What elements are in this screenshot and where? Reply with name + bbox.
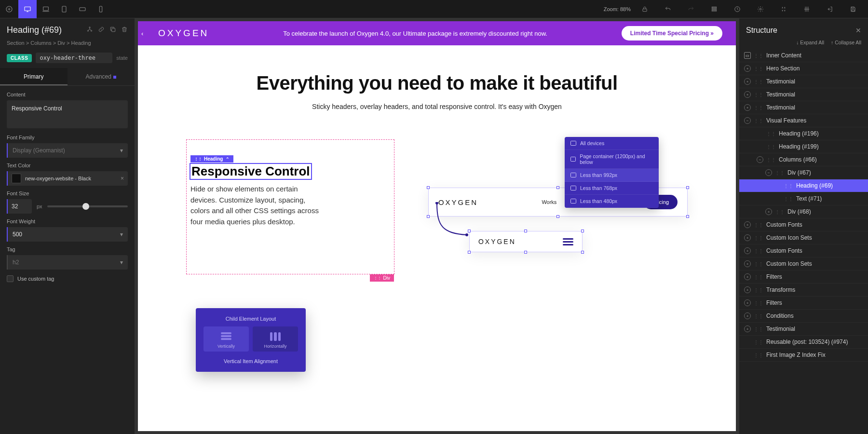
drag-handle-icon[interactable]: ⋮⋮ bbox=[754, 261, 763, 267]
expand-all-button[interactable]: ↓ Expand All bbox=[796, 40, 824, 45]
undo-button[interactable] bbox=[659, 0, 677, 18]
tree-item[interactable]: ⋮⋮Reusable (post: 103524) (#974) bbox=[739, 336, 868, 349]
layout-horizontal-option[interactable]: Horizontally bbox=[253, 326, 298, 352]
tree-item[interactable]: +⋮⋮Filters bbox=[739, 271, 868, 284]
collapse-icon[interactable]: − bbox=[765, 169, 772, 176]
drag-handle-icon[interactable]: ⋮⋮ bbox=[754, 300, 763, 306]
tree-item[interactable]: ⋮⋮Text (#71) bbox=[739, 192, 868, 205]
tree-item[interactable]: ⋮⋮Heading (#69) bbox=[739, 179, 868, 192]
expand-icon[interactable]: + bbox=[744, 286, 751, 293]
expand-icon[interactable]: + bbox=[765, 208, 772, 215]
expand-icon[interactable]: + bbox=[744, 273, 751, 280]
device-option[interactable]: All devices bbox=[565, 137, 659, 150]
grid-icon[interactable] bbox=[798, 0, 816, 18]
collapse-all-button[interactable]: ↑ Collapse All bbox=[831, 40, 861, 45]
tree-item[interactable]: +⋮⋮Conditions bbox=[739, 310, 868, 323]
drag-handle-icon[interactable]: ⋮⋮ bbox=[754, 79, 763, 84]
drag-handle-icon[interactable]: ⋮⋮ bbox=[775, 170, 785, 176]
font-size-unit[interactable]: px bbox=[37, 203, 42, 209]
class-selector[interactable]: oxy-header-three bbox=[36, 53, 112, 63]
drag-handle-icon[interactable]: ⋮⋮ bbox=[766, 131, 776, 136]
mobile-landscape-view-button[interactable] bbox=[73, 0, 92, 18]
expand-icon[interactable]: + bbox=[744, 78, 751, 85]
desktop-view-button[interactable] bbox=[18, 0, 37, 18]
drag-handle-icon[interactable]: ⋮⋮ bbox=[766, 144, 776, 149]
drag-handle-icon[interactable]: ⋮⋮ bbox=[754, 353, 763, 358]
drag-handle-icon[interactable]: ⋮⋮ bbox=[766, 157, 776, 163]
drag-handle-icon[interactable]: ⋮⋮ bbox=[754, 235, 763, 241]
redo-button[interactable] bbox=[682, 0, 700, 18]
clear-color-icon[interactable]: × bbox=[121, 175, 124, 182]
settings-icon[interactable] bbox=[751, 0, 770, 18]
feature-text[interactable]: Hide or show elements on certain devices… bbox=[190, 184, 326, 227]
expand-icon[interactable]: + bbox=[744, 312, 751, 319]
drag-handle-icon[interactable]: ⋮⋮ bbox=[754, 118, 763, 123]
expand-icon[interactable]: + bbox=[744, 299, 751, 306]
drag-handle-icon[interactable]: ⋮⋮ bbox=[754, 222, 763, 228]
layout-vertical-option[interactable]: Vertically bbox=[203, 326, 249, 352]
history-icon[interactable] bbox=[728, 0, 746, 18]
tree-item[interactable]: +⋮⋮Transforms bbox=[739, 284, 868, 297]
structure-icon[interactable] bbox=[705, 0, 723, 18]
expand-icon[interactable]: + bbox=[744, 247, 751, 254]
delete-icon[interactable] bbox=[121, 26, 128, 34]
tree-item[interactable]: ⋮⋮First Image Z Index Fix bbox=[739, 349, 868, 362]
banner-cta-button[interactable]: Limited Time Special Pricing » bbox=[622, 26, 722, 41]
drag-handle-icon[interactable]: ⋮⋮ bbox=[754, 313, 763, 319]
drag-handle-icon[interactable]: ⋮⋮ bbox=[754, 274, 763, 280]
custom-tag-checkbox[interactable] bbox=[7, 275, 14, 282]
tree-icon[interactable] bbox=[86, 26, 93, 34]
font-weight-select[interactable] bbox=[7, 227, 128, 242]
drag-handle-icon[interactable]: ⋮⋮ bbox=[754, 326, 763, 332]
add-element-button[interactable] bbox=[0, 0, 18, 18]
tag-select[interactable] bbox=[7, 255, 128, 270]
expand-icon[interactable]: + bbox=[744, 234, 751, 241]
tree-item[interactable]: +⋮⋮Custom Fonts bbox=[739, 218, 868, 231]
close-panel-icon[interactable]: ✕ bbox=[855, 27, 861, 34]
tab-advanced[interactable]: Advanced bbox=[68, 68, 135, 85]
page-title[interactable]: Everything you need to make it beautiful bbox=[162, 72, 712, 94]
collapse-icon[interactable]: − bbox=[757, 156, 763, 163]
drag-handle-icon[interactable]: ⋮⋮ bbox=[754, 53, 763, 58]
drag-handle-icon[interactable]: ⋮⋮ bbox=[754, 248, 763, 254]
mobile-view-button[interactable] bbox=[92, 0, 110, 18]
collapse-icon[interactable]: − bbox=[744, 117, 751, 124]
div-badge[interactable]: Div bbox=[370, 274, 393, 282]
drag-handle-icon[interactable]: ⋮⋮ bbox=[754, 287, 763, 293]
font-family-select[interactable] bbox=[7, 143, 128, 158]
font-size-slider[interactable] bbox=[47, 202, 128, 211]
device-option[interactable]: Page container (1200px) and below bbox=[565, 150, 659, 169]
expand-icon[interactable]: + bbox=[744, 260, 751, 267]
text-color-input[interactable]: new-oxygen-website - Black × bbox=[7, 171, 128, 186]
tree-item[interactable]: +⋮⋮Hero Section bbox=[739, 62, 868, 75]
drag-handle-icon[interactable]: ⋮⋮ bbox=[754, 66, 763, 71]
editor-canvas[interactable]: ‹ OXYGEN To celebrate the launch of Oxyg… bbox=[135, 18, 739, 434]
page-subtitle[interactable]: Sticky headers, overlay headers, and tot… bbox=[162, 103, 712, 110]
expand-icon[interactable]: + bbox=[744, 221, 751, 228]
tree-item[interactable]: +⋮⋮Div (#68) bbox=[739, 205, 868, 218]
expand-icon[interactable]: + bbox=[744, 91, 751, 98]
laptop-view-button[interactable] bbox=[37, 0, 55, 18]
tree-item[interactable]: +⋮⋮Testimonial bbox=[739, 75, 868, 88]
lock-icon[interactable] bbox=[636, 0, 654, 18]
breadcrumb[interactable]: Section > Columns > Div > Heading bbox=[0, 40, 135, 50]
drag-handle-icon[interactable]: ⋮⋮ bbox=[775, 209, 785, 215]
expand-icon[interactable]: + bbox=[744, 65, 751, 72]
device-option[interactable]: Less than 768px bbox=[565, 182, 659, 195]
drag-handle-icon[interactable]: ⋮⋮ bbox=[784, 183, 793, 189]
tablet-view-button[interactable] bbox=[55, 0, 73, 18]
code-icon[interactable] bbox=[774, 0, 793, 18]
tree-item[interactable]: ⋮⋮Heading (#199) bbox=[739, 140, 868, 153]
tree-item[interactable]: +⋮⋮Testimonial bbox=[739, 101, 868, 114]
tree-item[interactable]: +⋮⋮Testimonial bbox=[739, 88, 868, 101]
state-selector[interactable]: state bbox=[116, 55, 128, 61]
tab-primary[interactable]: Primary bbox=[0, 68, 68, 85]
expand-icon[interactable]: + bbox=[744, 326, 751, 332]
exit-icon[interactable] bbox=[821, 0, 839, 18]
device-option[interactable]: Less than 992px bbox=[565, 169, 659, 182]
copy-icon[interactable] bbox=[109, 26, 116, 34]
zoom-label[interactable]: Zoom: 88% bbox=[604, 6, 631, 12]
selected-heading[interactable]: Heading Responsive Control bbox=[190, 164, 311, 179]
drag-handle-icon[interactable]: ⋮⋮ bbox=[754, 92, 763, 97]
drag-handle-icon[interactable]: ⋮⋮ bbox=[754, 105, 763, 110]
